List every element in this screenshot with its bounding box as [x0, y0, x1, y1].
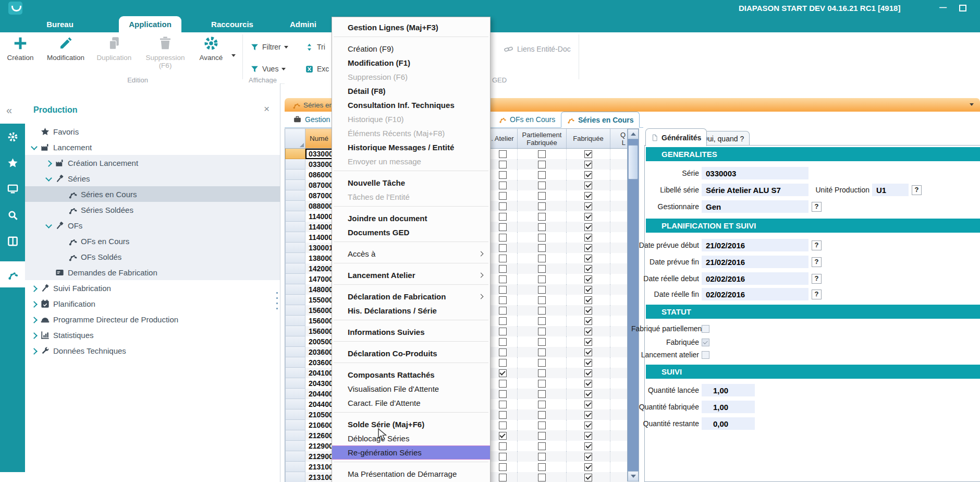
partiellement-checkbox[interactable]: [538, 150, 546, 158]
partiellement-cell[interactable]: [518, 357, 567, 368]
partiellement-cell[interactable]: [518, 441, 567, 451]
partiellement-checkbox[interactable]: [538, 275, 546, 283]
partiellement-checkbox[interactable]: [538, 463, 546, 471]
rail-module-button[interactable]: [0, 150, 25, 176]
fabriquee-checkbox[interactable]: [584, 474, 592, 481]
tree-item[interactable]: OFs: [25, 218, 280, 233]
row-selector-cell[interactable]: [285, 316, 305, 326]
atelier-cell[interactable]: [488, 399, 518, 409]
maximize-button[interactable]: [956, 3, 970, 13]
partiellement-checkbox[interactable]: [538, 317, 546, 325]
atelier-checkbox[interactable]: [499, 223, 507, 231]
atelier-checkbox[interactable]: [499, 453, 507, 461]
partiellement-cell[interactable]: [518, 253, 567, 263]
fabriquee-cell[interactable]: [567, 399, 610, 409]
liens-entite-doc-button[interactable]: Liens Entité-Doc: [504, 43, 571, 55]
row-selector-cell[interactable]: [285, 430, 305, 441]
row-selector-cell[interactable]: [285, 441, 305, 451]
partiellement-cell[interactable]: [518, 180, 567, 190]
context-menu-item[interactable]: Historique (F10): [332, 112, 490, 126]
fabriquee-checkbox[interactable]: [584, 182, 592, 189]
rail-module-button[interactable]: [0, 228, 25, 254]
row-selector-cell[interactable]: [285, 368, 305, 378]
atelier-cell[interactable]: [488, 180, 518, 190]
partiellement-checkbox[interactable]: [538, 338, 546, 346]
unite-help-button[interactable]: ?: [912, 185, 922, 195]
fabriquee-checkbox[interactable]: [584, 442, 592, 450]
partiellement-checkbox[interactable]: [538, 265, 546, 273]
atelier-cell[interactable]: [488, 430, 518, 441]
context-menu-item[interactable]: [332, 462, 490, 467]
context-menu-item[interactable]: Nouvelle Tâche: [332, 176, 490, 190]
row-selector-cell[interactable]: [285, 462, 305, 472]
fabriquee-cell[interactable]: [567, 295, 610, 305]
partiellement-cell[interactable]: [518, 399, 567, 409]
vues-button[interactable]: Vues: [250, 63, 286, 75]
date-help-button[interactable]: ?: [812, 240, 822, 250]
context-menu-item[interactable]: [332, 284, 490, 290]
fabriquee-checkbox[interactable]: [584, 411, 592, 419]
serie-field[interactable]: 0330003: [702, 167, 808, 179]
rail-module-button[interactable]: [0, 176, 25, 202]
row-selector-cell[interactable]: [285, 180, 305, 190]
atelier-cell[interactable]: [488, 170, 518, 180]
context-menu-item[interactable]: Détail (F8): [332, 84, 490, 98]
tree-item[interactable]: Lancement: [25, 139, 280, 155]
tab-series-en-cours[interactable]: Séries en Cours: [561, 112, 640, 128]
scroll-up-button[interactable]: [628, 129, 639, 139]
suppression-button[interactable]: Suppression (F6): [140, 35, 191, 69]
context-menu-item[interactable]: [332, 263, 490, 268]
fabriquee-cell[interactable]: [567, 316, 610, 326]
tree-chevron-icon[interactable]: [44, 160, 54, 165]
fabriquee-cell[interactable]: [567, 378, 610, 389]
partiellement-cell[interactable]: [518, 347, 567, 357]
context-menu-item[interactable]: Déclaration de Fabrication: [332, 290, 490, 304]
row-selector-cell[interactable]: [285, 357, 305, 368]
ribbon-tab-application[interactable]: Application: [119, 16, 181, 32]
tree-item[interactable]: OFs en Cours: [25, 233, 280, 249]
atelier-cell[interactable]: [488, 222, 518, 232]
partiellement-cell[interactable]: [518, 274, 567, 284]
atelier-checkbox[interactable]: [499, 401, 507, 408]
context-menu-item[interactable]: [332, 37, 490, 42]
tree-chevron-icon[interactable]: [30, 285, 39, 291]
partiellement-checkbox[interactable]: [538, 369, 546, 377]
modification-button[interactable]: Modification: [41, 35, 91, 62]
row-selector-cell[interactable]: [285, 159, 305, 170]
partiellement-checkbox[interactable]: [538, 474, 546, 481]
row-selector-cell[interactable]: [285, 274, 305, 284]
date-reelle-debut-field[interactable]: 02/02/2016: [702, 272, 808, 285]
ribbon-tab-bureau[interactable]: Bureau: [31, 16, 89, 32]
context-menu-item[interactable]: Historique Messages / Entité: [332, 140, 490, 154]
partiellement-checkbox[interactable]: [538, 244, 546, 252]
partiellement-checkbox[interactable]: [538, 307, 546, 315]
tree-item[interactable]: OFs Soldés: [25, 249, 280, 264]
fabriquee-cell[interactable]: [567, 180, 610, 190]
sidebar-collapse-button[interactable]: «: [6, 104, 12, 116]
partiellement-cell[interactable]: [518, 284, 567, 295]
fabriquee-checkbox[interactable]: [584, 244, 592, 252]
row-selector-cell[interactable]: [285, 201, 305, 211]
atelier-checkbox[interactable]: [499, 442, 507, 450]
atelier-checkbox[interactable]: [499, 338, 507, 346]
fabriquee-checkbox[interactable]: [584, 317, 592, 325]
fabriquee-checkbox[interactable]: [584, 453, 592, 461]
qte-column-header[interactable]: Q L: [610, 129, 628, 149]
fabriquee-cell[interactable]: [567, 441, 610, 451]
partiellement-cell[interactable]: [518, 368, 567, 378]
partiellement-checkbox[interactable]: [538, 390, 546, 398]
partiellement-cell[interactable]: [518, 316, 567, 326]
fabriquee-cell[interactable]: [567, 243, 610, 253]
partiellement-checkbox[interactable]: [538, 202, 546, 210]
fabriquee-cell[interactable]: [567, 149, 610, 159]
context-menu-item[interactable]: Solde Série (Maj+F6): [332, 417, 490, 431]
atelier-checkbox[interactable]: [499, 348, 507, 356]
atelier-checkbox[interactable]: [499, 296, 507, 304]
atelier-checkbox[interactable]: [499, 317, 507, 325]
context-menu-item[interactable]: [332, 320, 490, 325]
atelier-checkbox[interactable]: [499, 380, 507, 388]
fabriquee-checkbox[interactable]: [584, 463, 592, 471]
tab-ofs-en-cours[interactable]: OFs en Cours: [493, 112, 560, 127]
atelier-cell[interactable]: [488, 326, 518, 336]
fabriquee-checkbox[interactable]: [584, 255, 592, 262]
